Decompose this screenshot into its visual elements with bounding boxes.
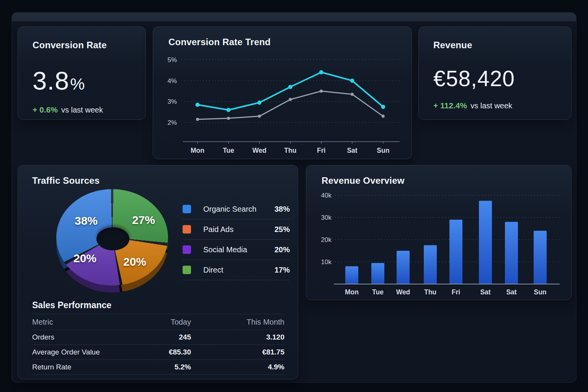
legend-row-direct[interactable]: Direct 17% [183,260,290,280]
svg-text:Tue: Tue [223,147,234,154]
svg-text:Sat: Sat [480,288,490,296]
svg-text:Sat: Sat [506,288,516,296]
svg-text:30k: 30k [321,214,332,221]
svg-text:Thu: Thu [284,147,296,154]
svg-text:Mon: Mon [191,147,204,154]
svg-text:Sat: Sat [347,147,357,154]
legend-row-organic-search[interactable]: Organic Search 38% [183,199,290,219]
dashboard-root: Conversion Rate 3.8% + 0.6%vs last week … [0,0,588,392]
col-this-month: This Month [191,318,284,327]
dashboard-panel: Conversion Rate 3.8% + 0.6%vs last week … [11,12,577,383]
traffic-sources-pie[interactable] [56,189,168,296]
svg-text:Mon: Mon [345,288,359,296]
table-row-return-rate: Return Rate 5.2% 4.9% [32,360,284,375]
table-row-orders: Orders 245 3.120 [32,330,284,345]
svg-text:Fri: Fri [452,288,460,296]
col-today: Today [122,318,191,327]
svg-text:3%: 3% [167,98,177,105]
conversion-trend-card: 2%3%4%5%MonTueWedThuFriSatSun Conversion… [153,26,412,159]
revenue-card: Revenue €58,420 + 112.4%vs last week [418,26,572,120]
legend-swatch-blue [183,205,191,213]
delta-value: + 112.4% [433,101,467,110]
svg-text:Wed: Wed [252,147,266,154]
sales-performance-table: Metric Today This Month Orders 245 3.120… [32,314,284,375]
conversion-rate-delta: + 0.6%vs last week [33,105,131,114]
legend-swatch-purple [183,245,191,254]
pie-label-paid-ads: 20% [123,255,146,268]
svg-text:5%: 5% [167,56,177,64]
legend-swatch-orange [183,225,191,234]
delta-note: vs last week [470,101,512,110]
revenue-delta: + 112.4%vs last week [433,101,557,110]
conversion-rate-value: 3.8% [33,66,131,95]
pie-label-organic-search: 38% [75,214,98,227]
delta-value: + 0.6% [33,105,58,114]
conversion-trend-title: Conversion Rate Trend [168,37,271,47]
revenue-value: €58,420 [433,66,557,91]
col-metric: Metric [32,318,122,327]
traffic-sources-title: Traffic Sources [32,175,100,186]
svg-text:Fri: Fri [317,147,325,154]
panel-topbar [12,13,576,22]
legend-row-social-media[interactable]: Social Media 20% [183,240,290,260]
svg-text:Tue: Tue [372,288,384,296]
svg-text:Wed: Wed [396,288,410,296]
svg-text:Sun: Sun [534,288,546,296]
revenue-overview-title: Revenue Overview [322,175,405,186]
pie-label-direct: 27% [132,214,155,227]
conversion-rate-title: Conversion Rate [33,40,131,51]
svg-text:4%: 4% [167,77,177,85]
table-header-row: Metric Today This Month [32,314,284,330]
svg-text:Sun: Sun [377,147,389,154]
legend-swatch-green [183,266,191,274]
revenue-title: Revenue [433,40,557,51]
svg-text:2%: 2% [167,119,177,126]
pie-label-social-media: 20% [74,252,96,265]
pie-hole [96,227,129,250]
table-row-average-order-value: Average Order Value €85.30 €81.75 [32,345,284,360]
svg-text:Thu: Thu [424,288,436,296]
legend-row-paid-ads[interactable]: Paid Ads 25% [183,219,290,240]
traffic-sources-card: Traffic Sources 38% 27% 20% 20% Organic … [18,165,298,379]
svg-text:40k: 40k [321,192,332,199]
delta-note: vs last week [61,106,103,114]
traffic-sources-legend: Organic Search 38% Paid Ads 25% Social M… [183,199,290,280]
svg-text:10k: 10k [321,258,332,266]
sales-performance-title: Sales Performance [32,300,111,310]
revenue-overview-card: 10k20k30k40kMonTueWedThuFriSatSatSun Rev… [306,165,572,300]
svg-text:20k: 20k [321,236,332,243]
conversion-rate-card: Conversion Rate 3.8% + 0.6%vs last week [18,26,146,120]
